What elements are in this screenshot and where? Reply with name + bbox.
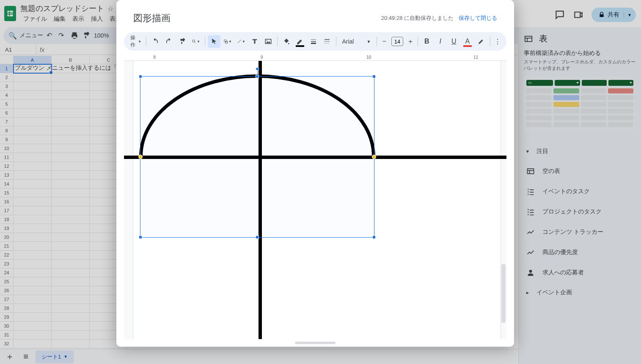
decrease-font-button[interactable]: − bbox=[380, 36, 389, 47]
more-button[interactable]: ⋮ bbox=[493, 35, 502, 48]
resize-handle-tr[interactable] bbox=[372, 75, 376, 78]
select-tool[interactable] bbox=[208, 35, 220, 48]
font-size-input[interactable]: 14 bbox=[391, 37, 403, 46]
fill-color-button[interactable] bbox=[280, 35, 293, 48]
italic-button[interactable]: I bbox=[434, 35, 447, 48]
actions-menu[interactable]: 操作▼ bbox=[128, 35, 143, 48]
border-dash-button[interactable] bbox=[321, 35, 333, 48]
border-color-button[interactable] bbox=[294, 35, 306, 48]
drawing-canvas[interactable] bbox=[124, 61, 506, 339]
redo-button[interactable] bbox=[162, 35, 175, 48]
drawing-toolbar: 操作▼ ▼ ▼ ▼ Arial▼ − 14 ＋ B I U A ⋮ bbox=[124, 32, 506, 51]
ruler-tick: 9 bbox=[261, 55, 263, 60]
increase-font-button[interactable]: ＋ bbox=[406, 36, 415, 47]
rotation-handle[interactable] bbox=[256, 67, 259, 71]
underline-button[interactable]: U bbox=[448, 35, 460, 48]
textbox-tool[interactable] bbox=[248, 35, 261, 48]
highlight-button[interactable] bbox=[475, 35, 487, 48]
modal-resize-handle[interactable] bbox=[295, 342, 336, 344]
selection-bounding-box[interactable] bbox=[140, 76, 374, 238]
font-size-control: − 14 ＋ bbox=[380, 36, 415, 47]
ruler-tick: 11 bbox=[473, 55, 478, 60]
horizontal-ruler[interactable]: 8 9 10 11 bbox=[124, 53, 506, 61]
zoom-button[interactable]: ▼ bbox=[190, 35, 202, 48]
drawing-title: 図形描画 bbox=[133, 12, 171, 25]
svg-point-6 bbox=[267, 40, 267, 41]
ruler-tick: 8 bbox=[154, 55, 156, 60]
text-color-button[interactable]: A bbox=[461, 35, 474, 48]
font-family-dropdown[interactable]: Arial▼ bbox=[338, 38, 374, 45]
svg-point-3 bbox=[224, 40, 226, 42]
svg-rect-4 bbox=[226, 41, 228, 44]
image-tool[interactable] bbox=[262, 35, 275, 48]
svg-point-2 bbox=[193, 40, 195, 42]
autosave-status: 20:49:28 に自動保存しました bbox=[381, 14, 454, 22]
drawing-modal: 図形描画 20:49:28 に自動保存しました 保存して閉じる 操作▼ ▼ ▼ … bbox=[116, 0, 514, 347]
bold-button[interactable]: B bbox=[421, 35, 433, 48]
resize-handle-bl[interactable] bbox=[139, 235, 142, 239]
save-and-close-button[interactable]: 保存して閉じる bbox=[459, 14, 497, 22]
undo-button[interactable] bbox=[149, 35, 162, 48]
ruler-tick: 10 bbox=[366, 55, 371, 60]
line-tool[interactable]: ▼ bbox=[235, 35, 248, 48]
resize-handle-tl[interactable] bbox=[139, 75, 142, 78]
border-weight-button[interactable] bbox=[307, 35, 320, 48]
paint-format-button[interactable] bbox=[176, 35, 189, 48]
resize-handle-br[interactable] bbox=[372, 235, 376, 239]
resize-handle-tm[interactable] bbox=[256, 75, 259, 78]
shape-tool[interactable]: ▼ bbox=[221, 35, 234, 48]
drawing-header: 図形描画 20:49:28 に自動保存しました 保存して閉じる bbox=[116, 0, 514, 29]
resize-handle-bm[interactable] bbox=[256, 235, 259, 239]
